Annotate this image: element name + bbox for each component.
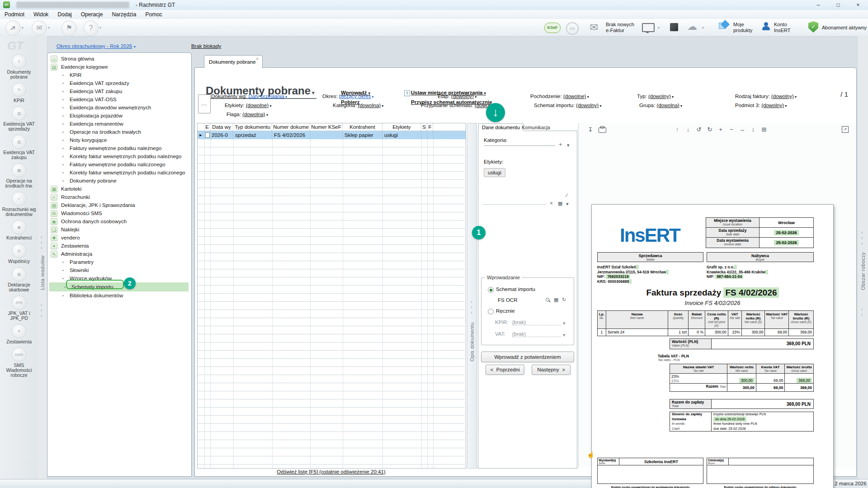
ins-circle-icon[interactable]: ins [566,22,579,35]
column-options-button[interactable]: ... [198,94,211,113]
close-button[interactable]: × [848,0,868,10]
grid-icon[interactable]: ▦ [554,297,558,303]
tree-item[interactable]: • Parametry [49,258,189,266]
open-external-icon[interactable]: ↗ [842,126,849,133]
module-item[interactable]: ✦ Zestawienia [0,324,38,344]
workstation-icon[interactable] [642,23,655,32]
tree-item[interactable]: • KPiR [49,71,189,79]
wprowadz-z-potwierdzeniem-button[interactable]: Wprowadź z potwierdzeniem [481,352,574,362]
tree-item[interactable]: ❏ Naklejki [49,225,189,234]
vat-select[interactable]: (brak) [512,331,561,337]
tree-item[interactable]: • Dokumenty pobrane [49,177,189,185]
refresh-icon[interactable]: ↻ [562,297,566,303]
chevron-down-icon[interactable]: ▾ [702,26,704,30]
period-link[interactable]: Okres obrachunkowy - Rok 2026 [57,43,132,49]
zoom-in-icon[interactable]: + [716,126,725,133]
tree-item[interactable]: ◉ Ochrona danych osobowych [49,217,189,225]
tree-item[interactable]: • Biblioteka dokumentów [49,291,189,300]
kpir-select[interactable]: (brak) [512,319,561,325]
resize-handle-icon[interactable]: ∕∕ [566,192,568,198]
help-button[interactable]: ? [83,20,99,36]
filter-podmiot3[interactable]: Podmiot 3: (dowolny) ▾ [735,103,787,108]
tree-item[interactable]: • Ewidencja remanentów [49,120,189,128]
table-empty-rows[interactable] [198,139,465,468]
module-item[interactable]: ▤ Ewidencja VAT sprzedaży [0,106,38,131]
module-item[interactable]: ◎ Wspólnicy [0,244,38,264]
chevron-down-icon[interactable]: ▾ [99,26,101,30]
fit-page-icon[interactable]: ⊞ [760,126,769,133]
tree-item[interactable]: ▧ Deklaracje, JPK i Sprawozdania [49,201,189,209]
menu-item[interactable]: Podmiot [0,10,29,19]
mail-button[interactable]: ✉ [32,20,47,36]
tab-close-icon[interactable]: × [256,56,259,61]
tree-item[interactable]: • Faktury wewnętrzne podatku należnego [49,144,189,152]
plus-icon[interactable]: + [559,141,562,148]
tree-item[interactable]: ✉ Wiadomości SMS [49,209,189,217]
module-item[interactable]: SMS SMS Wiadomości robocze [0,347,38,378]
tree-item[interactable]: • Noty korygujące [49,136,189,144]
page-up-icon[interactable]: ↑ [673,126,682,133]
obszar-roboczy-strip[interactable]: ‹‹‹ Obszar roboczy ‹‹ [857,36,868,479]
nastepny-button[interactable]: Następny > [532,365,571,375]
tree-item[interactable]: ▦ Kartoteki [49,185,189,193]
poprzedni-button[interactable]: < Poprzedni [486,365,524,375]
filter-etykiety[interactable]: Etykiety: (dowolne) ▾ [225,103,271,108]
refresh-list-link[interactable]: Odśwież listę [F5] (ostatnie odświeżenie… [197,469,465,474]
moje-produkty-icon[interactable] [719,23,729,33]
cube-icon[interactable] [670,23,678,31]
tab-dane-dokumentu[interactable]: Dane dokumentu [478,123,524,131]
lock-status-link[interactable]: Brak blokady [191,43,221,49]
tree-item[interactable]: • Eksploatacja pojazdów [49,112,189,120]
tree-item[interactable]: • Korekty faktur wewnętrznych podatku na… [49,169,189,177]
module-item[interactable]: ▥ Ewidencja VAT zakupu [0,135,38,160]
filter-flaga[interactable]: Flaga: (dowolna) ▾ [226,112,268,117]
radio-recznie[interactable] [488,309,494,314]
tree-item[interactable]: • Ewidencja VAT-OSS [49,95,189,103]
rotate-left-icon[interactable]: ↺ [694,126,703,133]
menu-item[interactable]: Pomoc [141,10,166,19]
tree-item[interactable]: ✦ Zestawienia [49,242,189,250]
flag-button[interactable]: ⚑ [61,20,77,36]
filter-przypisanie-schematu[interactable]: Przypisanie schematu: (dowoln ▾ [421,103,495,108]
chevron-down-icon[interactable]: ▾ [22,26,24,30]
chevron-down-icon[interactable]: ▾ [658,26,660,30]
tree-item[interactable]: ✓ Rozrachunki [49,193,189,201]
filter-typ[interactable]: Typ: (dowolny) ▾ [637,94,674,99]
moje-produkty-label[interactable]: Mojeprodukty [733,22,752,33]
konto-insert-label[interactable]: KontoInsERT [774,22,790,33]
clear-icon[interactable]: × [550,200,553,206]
menu-item[interactable]: Dodaj [53,10,76,19]
tab-dokumenty-pobrane[interactable]: Dokumenty pobrane × [204,55,263,68]
table-row-selected[interactable]: ► 2026-0 sprzedaż FS 4/02/2026 Sklep pap… [198,131,466,139]
tree-item[interactable]: • Słowniki [49,266,189,274]
cloud-icon[interactable]: ☁ [687,21,697,33]
tree-item[interactable]: • Faktury wewnętrzne podatku naliczonego [49,160,189,169]
module-item[interactable]: ▦ Operacje na środkach trw. [0,163,38,188]
chevron-down-icon[interactable]: ▾ [48,26,50,30]
filter-kategoria[interactable]: Kategoria: (dowolna) ▾ [333,103,383,108]
tab-komunikacja[interactable]: Komunikacja [518,123,554,131]
module-bar-collapse-strip[interactable]: ‹‹‹ Lista modułów ‹‹‹ [38,36,47,479]
menu-item[interactable]: Narzędzia [107,10,141,19]
grid-icon[interactable]: ▦ [558,201,562,206]
rotate-right-icon[interactable]: ↻ [705,126,714,133]
chevron-down-icon[interactable]: ▾ [563,332,566,338]
filter-dokumenty-wg[interactable]: Dokumenty wg: Daty przesłania ▾ [211,94,287,99]
user-icon[interactable] [762,22,771,31]
chevron-down-icon[interactable]: ▾ [134,45,136,49]
module-item[interactable]: ✓ Rozrachunki wg dokumentów [0,192,38,217]
fit-height-icon[interactable]: ↕ [749,126,758,133]
radio-recznie-label[interactable]: Ręcznie [496,308,515,314]
chevron-down-icon[interactable]: ▾ [566,201,569,207]
filter-grupa[interactable]: Grupa: (dowolna) ▾ [639,103,682,108]
chevron-down-icon[interactable]: ▾ [563,320,566,326]
maximize-button[interactable]: □ [828,0,848,10]
navigate-button[interactable]: ➔ [5,20,21,36]
export-icon[interactable]: ↧ [586,126,595,133]
table-header-row[interactable]: E Data wy Typ dokumentu Numer dokume Num… [198,123,466,131]
menu-item[interactable]: Operacje [76,10,108,19]
filter-pochodzenie[interactable]: Pochodzenie: (dowolne) ▾ [530,94,589,99]
module-item[interactable]: JPK JPK_VAT i JPK_PD [0,296,38,321]
tree-item[interactable]: • Korekty faktur wewnętrznych podatku na… [49,152,189,160]
print-icon[interactable] [599,127,606,133]
